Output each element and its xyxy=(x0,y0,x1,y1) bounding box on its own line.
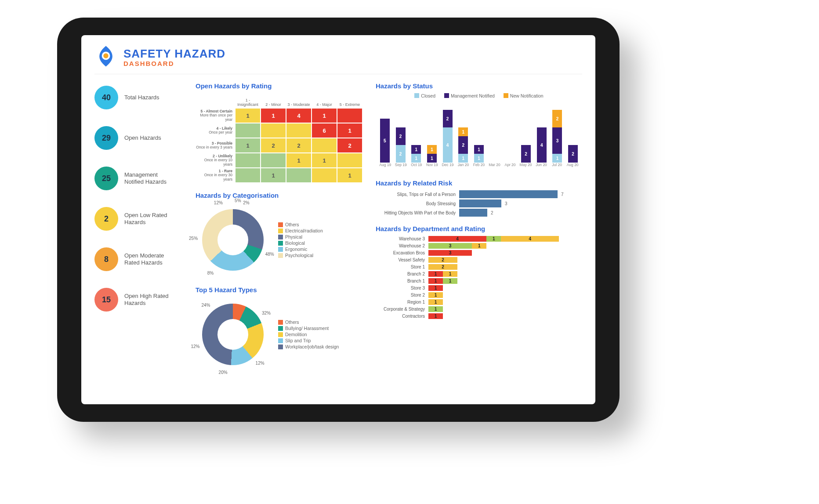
matrix-section: Open Hazards by Rating 1 - Insignificant… xyxy=(196,80,362,183)
kpi-total[interactable]: 40 Total Hazards xyxy=(94,86,182,109)
x-axis-label: Dec 19 xyxy=(440,163,456,167)
matrix-cell[interactable]: 1 xyxy=(235,138,261,153)
status-column[interactable]: 132 xyxy=(550,110,565,163)
dept-bar-row[interactable]: Store 12 xyxy=(376,264,582,270)
x-axis-label: Nov 19 xyxy=(424,163,440,167)
kpi-value: 29 xyxy=(94,126,118,150)
dept-bar-row[interactable]: Corporate & Strategy1 xyxy=(376,306,582,312)
matrix-cell[interactable]: 1 xyxy=(312,108,337,123)
kpi-high[interactable]: 15 Open High Rated Hazards xyxy=(94,288,182,312)
top5-section: Top 5 Hazard Types 32%12%20%12%24% Other… xyxy=(196,283,362,372)
matrix-cell[interactable] xyxy=(312,168,337,183)
status-segment: 1 xyxy=(411,154,421,163)
dept-segment: 1 xyxy=(428,313,443,319)
x-axis-label: Apr 20 xyxy=(502,163,518,167)
section-title-cat: Hazards by Categorisation xyxy=(196,192,362,199)
matrix-cell[interactable]: 1 xyxy=(312,153,337,168)
status-column[interactable]: 11 xyxy=(409,145,424,163)
legend-item: Bullying/ Harassment xyxy=(278,325,339,331)
status-chart[interactable]: ClosedManagement NotifiedNew Notificatio… xyxy=(376,93,582,172)
categorisation-donut[interactable]: 5%2%48%8%25%12% xyxy=(196,203,270,277)
x-axis-label: Jan 20 xyxy=(456,163,471,167)
legend-item: New Notification xyxy=(504,93,544,98)
legend-item: Demolition xyxy=(278,331,339,337)
status-column[interactable]: 2 xyxy=(565,145,580,163)
kpi-value: 25 xyxy=(94,167,118,190)
dept-segment: 1 xyxy=(443,271,457,277)
kpi-notified[interactable]: 25 Management Notified Hazards xyxy=(94,167,182,190)
dept-bar-row[interactable]: Vessel Safety2 xyxy=(376,257,582,263)
categorisation-legend: OthersElectrical/radiationPhysicalBiolog… xyxy=(278,221,323,258)
dept-bar-row[interactable]: Warehouse 231 xyxy=(376,243,582,249)
dept-segment: 1 xyxy=(428,278,443,284)
matrix-cell[interactable] xyxy=(337,108,362,123)
dept-bar-row[interactable]: Branch 111 xyxy=(376,278,582,284)
dept-segment: 1 xyxy=(428,306,443,312)
matrix-cell[interactable]: 1 xyxy=(286,153,312,168)
legend-item: Management Notified xyxy=(444,93,495,98)
matrix-cell[interactable] xyxy=(312,138,337,153)
dept-bar-row[interactable]: Region 11 xyxy=(376,299,582,305)
status-column[interactable]: 22 xyxy=(393,127,408,163)
dept-bar-row[interactable]: Warehouse 3414 xyxy=(376,236,582,242)
donut-slice-label: 25% xyxy=(189,236,198,241)
matrix-cell[interactable] xyxy=(261,153,286,168)
matrix-cell[interactable]: 1 xyxy=(235,108,261,123)
kpi-moderate[interactable]: 8 Open Moderate Rated Hazards xyxy=(94,247,182,271)
legend-item: Physical xyxy=(278,234,323,240)
matrix-cell[interactable]: 1 xyxy=(337,123,362,138)
dept-segment: 1 xyxy=(443,278,457,284)
status-column[interactable]: 42 xyxy=(440,110,455,163)
risk-bar-row[interactable]: Slips, Trips or Fall of a Person 7 xyxy=(376,190,582,198)
donut-slice-label: 8% xyxy=(207,271,214,276)
dept-bar-row[interactable]: Contractors1 xyxy=(376,313,582,319)
dept-segment: 2 xyxy=(428,257,457,263)
top5-legend: OthersBullying/ HarassmentDemolitionSlip… xyxy=(278,319,339,350)
matrix-col-header: 2 - Minor xyxy=(261,93,286,108)
status-column[interactable]: 2 xyxy=(518,145,533,163)
dept-bar-row[interactable]: Excavation Bros3 xyxy=(376,250,582,256)
dept-bar-row[interactable]: Store 21 xyxy=(376,292,582,298)
status-column[interactable]: 11 xyxy=(471,145,486,163)
dept-bar-row[interactable]: Store 31 xyxy=(376,285,582,291)
matrix-col-header: 4 - Major xyxy=(312,93,337,108)
matrix-cell[interactable] xyxy=(286,168,312,183)
matrix-cell[interactable]: 4 xyxy=(286,108,312,123)
top5-donut[interactable]: 32%12%20%12%24% xyxy=(196,297,270,372)
matrix-cell[interactable] xyxy=(235,168,261,183)
dept-barchart[interactable]: Warehouse 3414Warehouse 231Excavation Br… xyxy=(376,236,582,319)
risk-barchart[interactable]: Slips, Trips or Fall of a Person 7Body S… xyxy=(376,190,582,217)
matrix-cell[interactable] xyxy=(337,153,362,168)
status-column[interactable]: 4 xyxy=(534,127,549,163)
kpi-open[interactable]: 29 Open Hazards xyxy=(94,126,182,150)
matrix-cell[interactable] xyxy=(235,123,261,138)
matrix-cell[interactable] xyxy=(261,123,286,138)
matrix-cell[interactable]: 2 xyxy=(261,138,286,153)
matrix-cell[interactable]: 1 xyxy=(337,168,362,183)
matrix-cell[interactable] xyxy=(286,123,312,138)
status-column[interactable]: 5 xyxy=(377,119,392,163)
status-segment: 2 xyxy=(521,145,531,163)
legend-item: Psychological xyxy=(278,252,323,258)
risk-bar-row[interactable]: Hitting Objects With Part of the Body 2 xyxy=(376,209,582,217)
matrix-cell[interactable]: 2 xyxy=(337,138,362,153)
legend-item: Electrical/radiation xyxy=(278,228,323,234)
dept-bar-row[interactable]: Branch 211 xyxy=(376,271,582,277)
matrix-cell[interactable]: 2 xyxy=(286,138,312,153)
kpi-label: Open Moderate Rated Hazards xyxy=(124,252,177,266)
status-segment: 2 xyxy=(396,127,406,145)
status-column[interactable]: 11 xyxy=(424,145,439,163)
categorisation-section: Hazards by Categorisation 5%2%48%8%25%12… xyxy=(196,189,362,277)
matrix-cell[interactable]: 6 xyxy=(312,123,337,138)
risk-bar-row[interactable]: Body Stressing 3 xyxy=(376,199,582,207)
status-column[interactable]: 121 xyxy=(456,127,471,163)
matrix-cell[interactable] xyxy=(235,153,261,168)
x-axis-label: Jun 20 xyxy=(533,163,549,167)
risk-matrix[interactable]: 1 - Insignificant2 - Minor3 - Moderate4 … xyxy=(196,93,362,183)
kpi-low[interactable]: 2 Open Low Rated Hazards xyxy=(94,207,182,231)
matrix-row-header: 2 - UnlikelyOnce in every 10 years xyxy=(196,153,235,168)
matrix-cell[interactable]: 1 xyxy=(261,168,286,183)
x-axis-label: Mar 20 xyxy=(487,163,503,167)
matrix-cell[interactable]: 1 xyxy=(261,108,286,123)
dept-segment: 1 xyxy=(428,271,443,277)
